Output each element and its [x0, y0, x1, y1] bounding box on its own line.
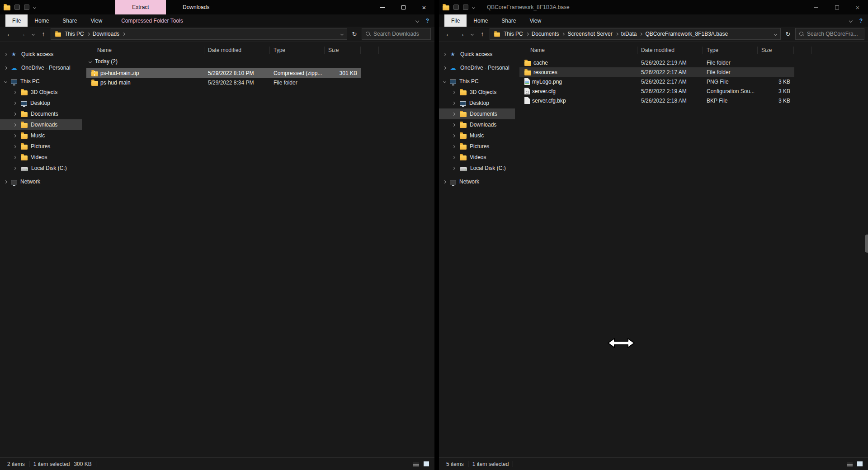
breadcrumb[interactable]: This PC Downloads [51, 28, 347, 40]
ribbon-expand-chevron-icon[interactable] [849, 19, 852, 22]
minimize-button[interactable] [372, 0, 393, 14]
tab-view[interactable]: View [84, 14, 109, 27]
breadcrumb-separator-icon[interactable] [615, 32, 618, 35]
expander-chevron-icon[interactable] [13, 101, 16, 104]
expander-chevron-icon[interactable] [13, 123, 16, 126]
breadcrumb-separator-icon[interactable] [639, 32, 642, 35]
up-button[interactable]: ↑ [38, 28, 49, 40]
file-row[interactable]: ps-hud-main 5/29/2022 8:34 PM File folde… [86, 78, 361, 87]
breadcrumb[interactable]: This PC Documents Screenshot Server txDa… [490, 28, 781, 40]
sidebar-item-pictures[interactable]: Pictures [439, 141, 515, 152]
column-header-type[interactable]: Type [270, 47, 325, 54]
qat-new-folder-icon[interactable] [24, 5, 29, 10]
group-collapse-chevron-icon[interactable] [89, 60, 92, 63]
expander-chevron-icon[interactable] [452, 112, 455, 115]
recent-locations-chevron-icon[interactable] [31, 32, 34, 35]
expander-chevron-icon[interactable] [452, 166, 455, 169]
expander-chevron-icon[interactable] [452, 155, 455, 159]
sidebar-item-onedrive[interactable]: OneDrive - Personal [0, 62, 82, 73]
qat-properties-icon[interactable] [453, 5, 459, 10]
expander-chevron-icon[interactable] [443, 180, 446, 183]
expander-chevron-icon[interactable] [443, 80, 446, 83]
expander-chevron-icon[interactable] [4, 52, 7, 56]
breadcrumb-item[interactable]: txData [621, 31, 637, 37]
tab-file[interactable]: File [5, 14, 28, 27]
qat-customize-chevron-icon[interactable] [33, 5, 36, 9]
details-view-button[interactable] [413, 462, 419, 466]
file-row[interactable]: myLogo.png 5/26/2022 2:17 AM PNG File 3 … [519, 77, 794, 86]
address-dropdown-chevron-icon[interactable] [774, 32, 777, 35]
sidebar-item-quick-access[interactable]: Quick access [0, 49, 82, 60]
forward-button[interactable]: → [17, 28, 28, 40]
breadcrumb-separator-icon[interactable] [122, 32, 125, 35]
sidebar-item-network[interactable]: Network [0, 176, 82, 187]
breadcrumb-separator-icon[interactable] [526, 32, 529, 35]
help-icon[interactable]: ? [859, 18, 863, 24]
expander-chevron-icon[interactable] [452, 123, 455, 126]
thumbnails-view-button[interactable] [424, 461, 429, 466]
expander-chevron-icon[interactable] [452, 145, 455, 148]
back-button[interactable]: ← [443, 28, 454, 40]
breadcrumb-item[interactable]: This PC [65, 31, 84, 37]
back-button[interactable]: ← [4, 28, 15, 40]
tab-share[interactable]: Share [56, 14, 84, 27]
breadcrumb-separator-icon[interactable] [561, 32, 565, 35]
column-header-type[interactable]: Type [703, 47, 758, 54]
sidebar-item-documents[interactable]: Documents [0, 108, 82, 119]
maximize-button[interactable] [393, 0, 414, 14]
sidebar-item-local-disk-c[interactable]: Local Disk (C:) [439, 163, 515, 174]
sidebar-item-desktop[interactable]: Desktop [439, 98, 515, 108]
column-header-size[interactable]: Size [758, 47, 794, 54]
breadcrumb-item[interactable]: Documents [532, 31, 559, 37]
sidebar-item-local-disk-c[interactable]: Local Disk (C:) [0, 163, 82, 174]
sidebar-item-quick-access[interactable]: Quick access [439, 49, 515, 60]
details-view-button[interactable] [847, 462, 853, 466]
expander-chevron-icon[interactable] [13, 112, 16, 115]
sidebar-item-onedrive[interactable]: OneDrive - Personal [439, 62, 515, 73]
tab-share[interactable]: Share [495, 14, 523, 27]
forward-button[interactable]: → [456, 28, 467, 40]
column-header-date-modified[interactable]: Date modified [204, 47, 270, 54]
expander-chevron-icon[interactable] [13, 166, 16, 169]
file-row[interactable]: server.cfg 5/26/2022 2:19 AM Configurati… [519, 86, 794, 96]
expander-chevron-icon[interactable] [4, 180, 7, 183]
address-dropdown-chevron-icon[interactable] [340, 32, 344, 35]
sidebar-item-pictures[interactable]: Pictures [0, 141, 82, 152]
ribbon-expand-chevron-icon[interactable] [415, 19, 419, 22]
tab-view[interactable]: View [523, 14, 548, 27]
expander-chevron-icon[interactable] [4, 80, 7, 83]
thumbnails-view-button[interactable] [857, 461, 863, 466]
group-header-today[interactable]: Today (2) [82, 56, 434, 67]
expander-chevron-icon[interactable] [443, 66, 446, 69]
tab-compressed-folder-tools[interactable]: Compressed Folder Tools [114, 14, 190, 27]
sidebar-item-3d-objects[interactable]: 3D Objects [0, 87, 82, 98]
expander-chevron-icon[interactable] [13, 145, 16, 148]
sidebar-item-documents[interactable]: Documents [439, 108, 515, 119]
column-header-name[interactable]: Name [82, 47, 204, 54]
file-row[interactable]: resources 5/26/2022 2:17 AM File folder [519, 67, 794, 77]
tab-home[interactable]: Home [28, 14, 56, 27]
sidebar-item-videos[interactable]: Videos [0, 152, 82, 163]
search-box[interactable]: Search QBCoreFra... [795, 28, 864, 40]
expander-chevron-icon[interactable] [13, 155, 16, 159]
sidebar-item-music[interactable]: Music [0, 130, 82, 141]
expander-chevron-icon[interactable] [13, 134, 16, 137]
breadcrumb-item[interactable]: Downloads [93, 31, 119, 37]
expander-chevron-icon[interactable] [443, 52, 446, 56]
file-row[interactable]: ps-hud-main.zip 5/29/2022 8:10 PM Compre… [86, 68, 361, 78]
sidebar-item-music[interactable]: Music [439, 130, 515, 141]
screen-edge-handle[interactable] [865, 235, 868, 253]
contextual-tab-extract[interactable]: Extract [115, 0, 166, 14]
column-header-date-modified[interactable]: Date modified [637, 47, 703, 54]
expander-chevron-icon[interactable] [4, 66, 7, 69]
recent-locations-chevron-icon[interactable] [470, 32, 473, 35]
sidebar-item-network[interactable]: Network [439, 176, 515, 187]
sidebar-item-3d-objects[interactable]: 3D Objects [439, 87, 515, 98]
breadcrumb-item[interactable]: QBCoreFramework_8F1B3A.base [645, 31, 728, 37]
sidebar-item-this-pc[interactable]: This PC [439, 76, 515, 87]
sidebar-item-desktop[interactable]: Desktop [0, 98, 82, 108]
sidebar-item-videos[interactable]: Videos [439, 152, 515, 163]
qat-customize-chevron-icon[interactable] [472, 5, 475, 9]
expander-chevron-icon[interactable] [13, 90, 16, 94]
title-bar[interactable]: QBCoreFramework_8F1B3A.base × [439, 0, 868, 14]
